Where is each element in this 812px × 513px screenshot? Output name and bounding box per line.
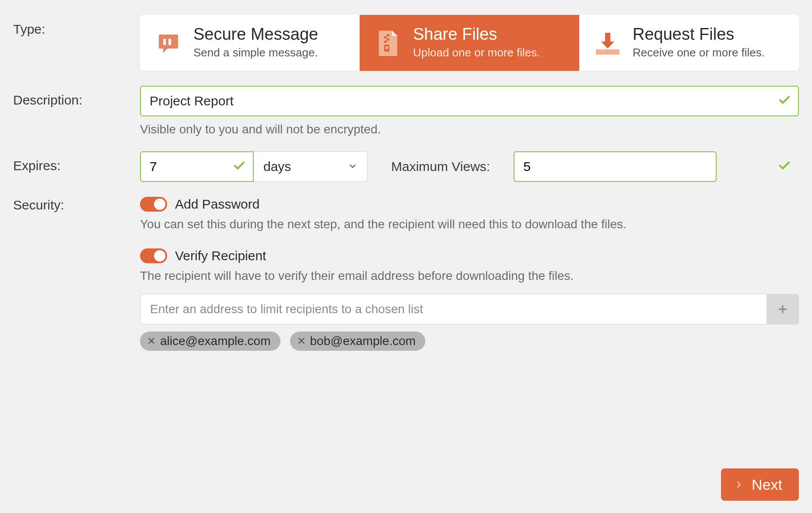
svg-rect-8 [385,46,388,49]
svg-rect-3 [387,34,389,36]
recipient-chip: ✕ bob@example.com [290,332,426,351]
message-icon [153,28,184,59]
remove-recipient-icon[interactable]: ✕ [147,336,156,346]
type-option-share-files[interactable]: Share Files Upload one or more files. [360,15,579,71]
chevron-down-icon [348,159,357,174]
check-icon [233,159,246,174]
type-subtitle: Upload one or more files. [413,45,540,60]
recipient-chip: ✕ alice@example.com [140,332,280,351]
max-views-input[interactable] [514,151,717,182]
expires-unit-value: days [263,159,291,174]
description-input[interactable] [140,86,799,116]
check-icon [778,159,791,174]
recipient-chips: ✕ alice@example.com ✕ bob@example.com [140,332,799,351]
recipient-email: bob@example.com [310,334,416,348]
svg-rect-9 [596,49,620,55]
type-label: Type: [13,15,140,37]
check-icon [778,94,791,108]
type-subtitle: Send a simple message. [193,45,318,60]
recipient-address-input[interactable] [140,294,766,325]
recipient-email: alice@example.com [160,334,271,348]
zip-file-icon [373,28,403,59]
type-subtitle: Receive one or more files. [633,45,765,60]
max-views-label: Maximum Views: [391,159,490,174]
type-title: Secure Message [193,25,318,44]
description-label: Description: [13,86,140,108]
type-title: Request Files [633,25,765,44]
chevron-right-icon [734,478,744,491]
description-hint: Visible only to you and will not be encr… [140,122,799,136]
svg-rect-1 [163,39,166,45]
add-password-hint: You can set this during the next step, a… [140,216,799,233]
svg-rect-5 [387,38,389,41]
verify-recipient-label: Verify Recipient [175,248,266,263]
type-title: Share Files [413,25,540,44]
svg-rect-6 [384,41,387,43]
next-button[interactable]: Next [721,468,799,501]
svg-rect-2 [168,39,171,45]
download-icon [592,28,623,59]
type-selector: Secure Message Send a simple message. [140,15,799,71]
add-password-toggle[interactable] [140,197,167,212]
add-password-label: Add Password [175,197,259,212]
next-button-label: Next [752,476,782,493]
expires-label: Expires: [13,151,140,173]
verify-recipient-hint: The recipient will have to verify their … [140,268,799,284]
svg-rect-10 [605,33,610,42]
add-recipient-button[interactable] [766,294,799,325]
svg-rect-4 [384,36,387,38]
type-option-secure-message[interactable]: Secure Message Send a simple message. [140,15,360,71]
expires-unit-select[interactable]: days [254,151,368,182]
verify-recipient-toggle[interactable] [140,248,167,263]
security-label: Security: [13,197,140,213]
type-option-request-files[interactable]: Request Files Receive one or more files. [579,15,799,71]
remove-recipient-icon[interactable]: ✕ [297,336,306,346]
